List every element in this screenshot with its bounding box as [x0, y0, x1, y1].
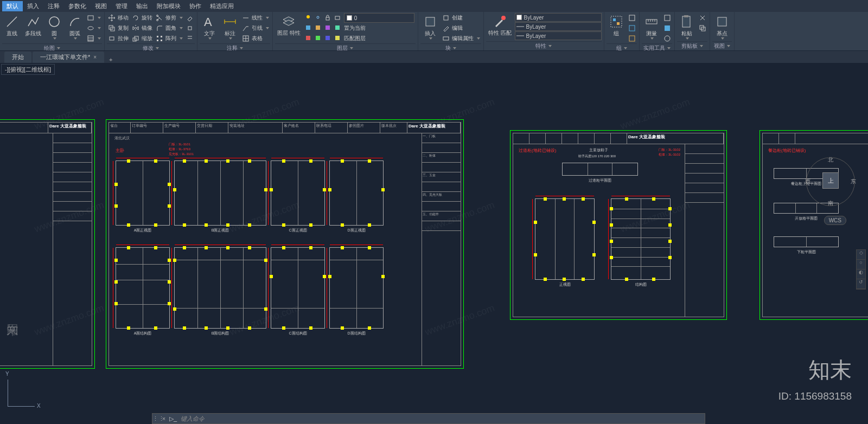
tool-insert-block[interactable]: 插入 — [420, 13, 440, 41]
group-t3[interactable] — [627, 34, 637, 43]
tool-stretch[interactable]: 拉伸 — [107, 34, 130, 43]
menu-manage[interactable]: 管理 — [111, 1, 132, 11]
svg-rect-38 — [335, 36, 340, 40]
layer-t3-icon[interactable] — [324, 24, 332, 32]
attr-icon — [442, 35, 450, 42]
wcs-button[interactable]: WCS — [824, 216, 846, 225]
tool-rect[interactable] — [86, 13, 102, 23]
viewport-label[interactable]: -][俯视][二维线框] — [1, 64, 55, 75]
tool-paste[interactable]: 粘贴 — [677, 13, 697, 41]
scale-icon — [132, 35, 139, 42]
drawing-sheet-1: Dare 大亚圣象整装 — [0, 119, 95, 369]
menu-view[interactable]: 视图 — [91, 1, 111, 11]
command-input[interactable]: 键入命令 — [178, 415, 705, 423]
tool-layer-props[interactable]: 图层 特性 — [275, 13, 303, 37]
menu-default[interactable]: 默认 — [2, 1, 23, 11]
tool-polyline[interactable]: 多段线 — [23, 13, 43, 38]
clip-copy[interactable] — [698, 23, 707, 33]
lineweight-dropdown[interactable]: ByLayer — [515, 22, 602, 31]
tool-array[interactable]: 阵列 — [155, 34, 184, 43]
tool-dim[interactable]: 标注 — [220, 13, 240, 41]
layer-m4-icon[interactable] — [334, 35, 342, 42]
tool-line[interactable]: 直线 — [2, 13, 22, 38]
layer-dropdown[interactable]: 0 — [344, 13, 414, 23]
menu-insert[interactable]: 插入 — [23, 1, 43, 11]
bulb-icon[interactable] — [305, 14, 312, 22]
layer-t4-icon[interactable] — [334, 24, 342, 32]
tool-scale[interactable]: 缩放 — [131, 34, 154, 43]
tool-leader[interactable]: 引线 — [241, 23, 270, 33]
menu-collab[interactable]: 协作 — [185, 1, 206, 11]
tool-offset[interactable] — [185, 34, 195, 43]
tool-fillet[interactable]: 圆角 — [155, 23, 184, 33]
cabinet-c-struct — [271, 247, 325, 329]
layer-m3-icon[interactable] — [324, 35, 332, 42]
table-icon — [242, 35, 250, 42]
group-t1[interactable] — [627, 13, 637, 23]
tool-create-block[interactable]: 创建 — [441, 13, 481, 23]
make-current[interactable]: 置为当前 — [344, 24, 366, 32]
measure-icon — [644, 14, 659, 29]
tool-trim[interactable]: 修剪 — [155, 13, 184, 23]
util-t1[interactable] — [662, 13, 672, 23]
tool-measure[interactable]: 测量 — [642, 13, 661, 41]
match-layer[interactable]: 匹配图层 — [344, 35, 366, 42]
nav-orbit[interactable]: ◐ — [857, 269, 865, 279]
tool-circle[interactable]: 圆 — [44, 13, 64, 41]
cabinet-c-front — [271, 160, 325, 226]
util-t2[interactable] — [662, 23, 672, 33]
nav-rewind[interactable]: ↺ — [857, 279, 865, 289]
tool-base[interactable]: 基点 — [712, 13, 732, 41]
layer-m2-icon[interactable] — [315, 35, 322, 42]
svg-rect-34 — [335, 25, 340, 30]
layer-t2-icon[interactable] — [315, 24, 322, 32]
view-cube[interactable]: 上 北 南 东 西 — [806, 157, 855, 206]
tool-edit-attr[interactable]: 编辑属性 — [441, 34, 481, 43]
tool-text[interactable]: A 文字 — [200, 13, 219, 41]
layer-t1-icon[interactable] — [305, 24, 312, 32]
close-icon[interactable]: × — [93, 54, 97, 60]
menu-addons[interactable]: 附加模块 — [152, 1, 185, 11]
command-line[interactable]: ⋮⋮ × ▷_ 键入命令 — [152, 413, 705, 424]
tab-start[interactable]: 开始 — [4, 52, 31, 63]
tool-mirror[interactable]: 镜像 — [131, 23, 154, 33]
tool-move[interactable]: 移动 — [107, 13, 130, 23]
util-t3[interactable] — [662, 34, 672, 43]
layer-m1-icon[interactable] — [305, 35, 312, 42]
menu-parametric[interactable]: 参数化 — [64, 1, 91, 11]
sun-icon[interactable] — [315, 14, 322, 22]
panel-block: 插入 创建 编辑 编辑属性 块 — [418, 12, 484, 50]
nav-zoom[interactable]: ○ — [857, 260, 865, 269]
tool-group[interactable]: 组 — [607, 13, 626, 38]
svg-rect-46 — [613, 18, 616, 21]
tool-edit-block[interactable]: 编辑 — [441, 23, 481, 33]
menu-output[interactable]: 输出 — [132, 1, 152, 11]
tool-table[interactable]: 表格 — [241, 34, 270, 43]
drawing-canvas[interactable]: Dare 大亚圣象整装 省台 订单编号 生产编号 交货日期 安装地址 客户姓名 … — [0, 76, 868, 412]
tool-erase[interactable] — [185, 13, 195, 23]
tool-hatch[interactable] — [86, 34, 102, 43]
tool-ellipse[interactable] — [86, 23, 102, 33]
tab-doc[interactable]: 一江環城下单文件*× — [33, 52, 104, 63]
tool-rotate[interactable]: 旋转 — [131, 13, 154, 23]
tab-add[interactable]: + — [105, 56, 116, 63]
tool-explode[interactable] — [185, 23, 195, 33]
group-t2[interactable] — [627, 23, 637, 33]
menu-annotate[interactable]: 注释 — [43, 1, 64, 11]
nav-pan[interactable]: ◇ — [857, 250, 865, 260]
grip-icon[interactable]: ⋮⋮ — [152, 415, 160, 422]
tool-copy[interactable]: 复制 — [107, 23, 130, 33]
close-cmd-icon[interactable]: × — [160, 415, 168, 422]
tool-arc[interactable]: 圆弧 — [65, 13, 85, 41]
menu-featured[interactable]: 精选应用 — [206, 1, 238, 11]
rotate-icon — [132, 14, 139, 22]
lock-icon[interactable] — [324, 14, 332, 22]
corridor-struct — [611, 198, 671, 280]
linetype-dropdown[interactable]: ByLayer — [515, 31, 602, 40]
tool-match-props[interactable]: 特性 匹配 — [486, 13, 514, 37]
svg-rect-2 — [88, 16, 93, 20]
plot-icon[interactable] — [334, 14, 342, 22]
color-dropdown[interactable]: ByLayer — [515, 13, 602, 22]
tool-linear[interactable]: 线性 — [241, 13, 270, 23]
clip-cut[interactable] — [698, 13, 707, 23]
